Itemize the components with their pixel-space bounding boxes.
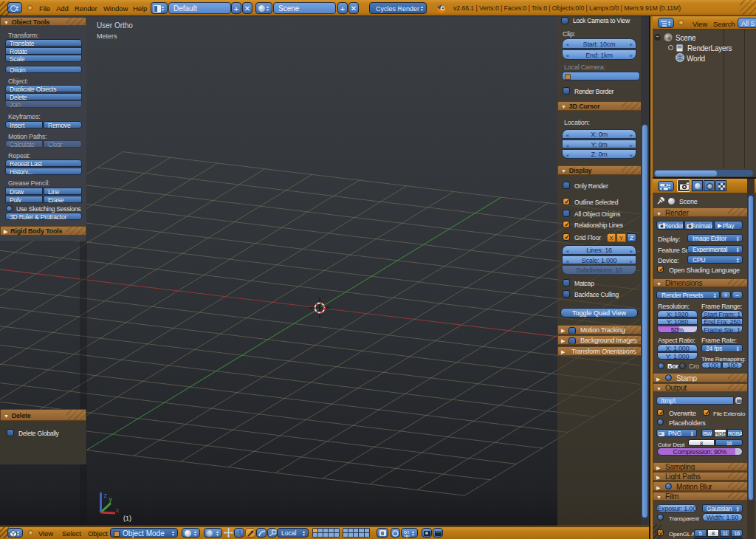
svg-text:z: z — [104, 492, 108, 499]
svg-text:y: y — [109, 495, 113, 503]
svg-text:x: x — [116, 507, 120, 514]
